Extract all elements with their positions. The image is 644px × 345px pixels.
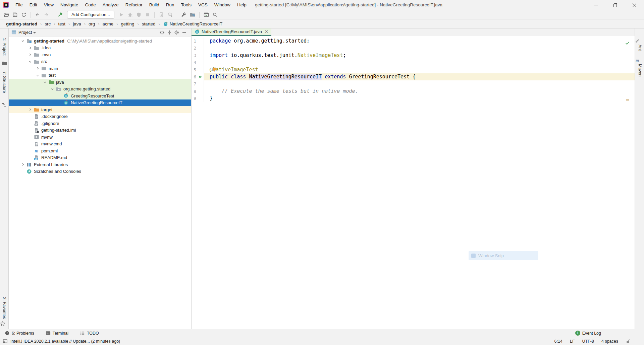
close-button[interactable]: [625, 0, 644, 10]
chevron-open-icon[interactable]: [50, 86, 55, 92]
coverage-icon[interactable]: [135, 11, 143, 19]
project-tool-icon[interactable]: [2, 61, 7, 66]
tree-row-readme-md[interactable]: MDREADME.md: [9, 154, 191, 161]
minimize-button[interactable]: [587, 0, 606, 10]
tree-row-java[interactable]: java: [9, 79, 191, 86]
breadcrumb-started[interactable]: started: [142, 21, 156, 26]
line-separator[interactable]: LF: [570, 339, 575, 344]
code-line-8[interactable]: 8 // Execute the same tests but in nativ…: [192, 88, 635, 95]
code-area[interactable]: 1package org.acme.getting.started;23impo…: [192, 36, 635, 102]
tree-row-getting-started[interactable]: getting-startedC:\My\AMIS\env\applicatio…: [9, 38, 191, 45]
menu-build[interactable]: Build: [146, 2, 163, 7]
favorites-star-icon[interactable]: [0, 321, 9, 326]
chevron-open-icon[interactable]: [42, 79, 48, 85]
save-all-icon[interactable]: [11, 11, 19, 19]
code-line-7[interactable]: 7: [192, 80, 635, 87]
breadcrumb-src[interactable]: src: [45, 21, 51, 26]
tool-button-todo[interactable]: TODO: [80, 331, 99, 336]
debug-icon[interactable]: [126, 11, 135, 19]
close-tab-icon[interactable]: ✕: [265, 29, 268, 34]
add-configuration-button[interactable]: Add Configuration...: [67, 11, 114, 19]
caret-position[interactable]: 6:14: [554, 339, 562, 344]
menu-edit[interactable]: Edit: [26, 2, 41, 7]
status-message[interactable]: IntelliJ IDEA 2020.2.1 available // Upda…: [10, 339, 120, 344]
tree-row-dockerignore[interactable]: .dockerignore: [9, 113, 191, 120]
project-panel-title[interactable]: Project: [18, 30, 32, 35]
tree-row-mvn[interactable]: .mvn: [9, 51, 191, 58]
menu-run[interactable]: Run: [163, 2, 178, 7]
forward-icon[interactable]: [42, 11, 51, 19]
tree-row-nativegreetingresourceit[interactable]: CNativeGreetingResourceIT: [9, 99, 191, 107]
breadcrumb-acme[interactable]: acme: [103, 21, 114, 26]
breadcrumb-nativegreetingresourceit[interactable]: CNativeGreetingResourceIT: [163, 21, 222, 26]
error-stripe-mark[interactable]: [626, 99, 629, 100]
code-line-2[interactable]: 2: [192, 45, 635, 52]
unlock-icon[interactable]: [626, 339, 631, 344]
tree-row-target[interactable]: target: [9, 106, 191, 113]
tool-button-event-log[interactable]: 1 Event Log: [575, 331, 601, 336]
breadcrumb-test[interactable]: test: [58, 21, 65, 26]
breadcrumb-java[interactable]: java: [73, 21, 81, 26]
chevron-open-icon[interactable]: [20, 38, 25, 44]
tool-button-terminal[interactable]: Terminal: [46, 331, 68, 336]
menu-window[interactable]: Window: [211, 2, 234, 7]
code-line-6[interactable]: 6public class NativeGreetingResourceIT e…: [192, 73, 635, 80]
build-hammer-icon[interactable]: [56, 11, 64, 19]
tool-button-structure[interactable]: 7: Structure: [2, 71, 7, 93]
tree-row-org-acme-getting-started[interactable]: org.acme.getting.started: [9, 86, 191, 93]
code-line-1[interactable]: 1package org.acme.getting.started;: [192, 38, 635, 45]
open-icon[interactable]: [2, 11, 11, 19]
tool-window-toggle-icon[interactable]: [3, 339, 8, 344]
chevron-closed-icon[interactable]: [28, 45, 33, 51]
breadcrumb-getting-started[interactable]: getting-started: [6, 21, 37, 26]
run-icon[interactable]: [117, 11, 126, 19]
tab-nativegreetingresourceit[interactable]: C NativeGreetingResourceIT.java ✕: [192, 28, 271, 36]
tree-row-scratches-and-consoles[interactable]: Scratches and Consoles: [9, 168, 191, 175]
intention-bulb-icon[interactable]: [212, 67, 216, 72]
breadcrumb-getting[interactable]: getting: [121, 21, 134, 26]
structure-tool-icon[interactable]: [2, 102, 7, 108]
package-icon[interactable]: [166, 11, 174, 19]
menu-view[interactable]: View: [41, 2, 57, 7]
code-line-5[interactable]: 5@NativeImageTest: [192, 66, 635, 73]
chevron-open-icon[interactable]: [35, 73, 40, 78]
chevron-closed-icon[interactable]: [35, 66, 40, 71]
menu-navigate[interactable]: Navigate: [57, 2, 82, 7]
menu-help[interactable]: Help: [234, 2, 250, 7]
tree-row-mvnw[interactable]: mvnw: [9, 134, 191, 141]
restore-button[interactable]: [606, 0, 625, 10]
gear-icon[interactable]: [173, 29, 180, 36]
collapse-all-icon[interactable]: [166, 29, 173, 36]
project-structure-icon[interactable]: [188, 11, 197, 19]
menu-refactor[interactable]: Refactor: [122, 2, 146, 7]
tree-row-test[interactable]: test: [9, 72, 191, 79]
locate-file-icon[interactable]: [158, 29, 166, 36]
menu-code[interactable]: Code: [82, 2, 99, 7]
tool-button-problems[interactable]: 6: Problems: [5, 331, 34, 336]
indent-setting[interactable]: 4 spaces: [601, 339, 618, 344]
tool-button-favorites[interactable]: 2: Favorites: [2, 297, 7, 319]
breadcrumb-org[interactable]: org: [89, 21, 95, 26]
synchronize-icon[interactable]: [19, 11, 28, 19]
tree-row-greetingresourcetest[interactable]: CGreetingResourceTest: [9, 92, 191, 99]
chevron-closed-icon[interactable]: [28, 52, 33, 57]
attach-debugger-icon[interactable]: [157, 11, 166, 19]
chevron-closed-icon[interactable]: [28, 107, 33, 112]
tool-button-maven[interactable]: m Maven: [635, 58, 644, 78]
menu-file[interactable]: File: [12, 2, 26, 7]
tree-row-main[interactable]: main: [9, 65, 191, 72]
file-encoding[interactable]: UTF-8: [582, 339, 594, 344]
tree-row-src[interactable]: src: [9, 58, 191, 65]
chevron-down-icon[interactable]: [33, 32, 36, 33]
tree-row-mvnw-cmd[interactable]: mvnw.cmd: [9, 141, 191, 148]
tree-row-external-libraries[interactable]: External Libraries: [9, 161, 191, 168]
code-line-4[interactable]: 4: [192, 59, 635, 66]
hide-panel-icon[interactable]: [180, 29, 188, 36]
run-anything-icon[interactable]: [202, 11, 211, 19]
back-icon[interactable]: [33, 11, 42, 19]
search-everywhere-icon[interactable]: [211, 11, 219, 19]
tree-row-gitignore[interactable]: .gitignore: [9, 120, 191, 127]
inspections-ok-icon[interactable]: [625, 41, 630, 46]
code-line-9[interactable]: 9}: [192, 95, 635, 102]
menu-analyze[interactable]: Analyze: [99, 2, 122, 7]
